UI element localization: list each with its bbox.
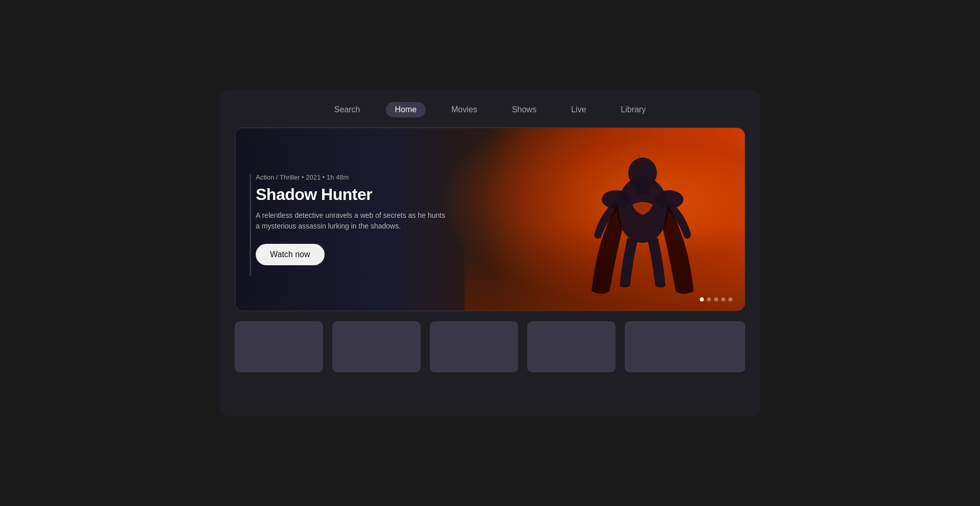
hero-figure — [571, 138, 714, 301]
carousel-dot-1[interactable] — [700, 297, 704, 301]
nav-item-search[interactable]: Search — [325, 102, 370, 117]
hero-card: Action / Thriller • 2021 • 1h 48m Shadow… — [235, 128, 745, 311]
nav-item-home[interactable]: Home — [386, 102, 426, 117]
main-content: Action / Thriller • 2021 • 1h 48m Shadow… — [235, 128, 745, 416]
thumbnail-2[interactable] — [332, 321, 421, 372]
nav-item-shows[interactable]: Shows — [503, 102, 546, 117]
carousel-dot-2[interactable] — [707, 297, 711, 301]
watch-now-button[interactable]: Watch now — [256, 244, 325, 265]
svg-rect-2 — [636, 184, 649, 194]
thumbnail-3[interactable] — [430, 321, 518, 372]
hero-meta: Action / Thriller • 2021 • 1h 48m — [256, 173, 450, 181]
thumbnail-4[interactable] — [527, 321, 616, 372]
nav-item-live[interactable]: Live — [562, 102, 595, 117]
hero-left-accent — [250, 174, 251, 276]
carousel-dots — [700, 297, 732, 301]
thumbnail-1[interactable] — [235, 321, 323, 372]
app-frame: 1 2 3 4 Search Home Movies Shows Live Li… — [219, 90, 761, 416]
hero-title: Shadow Hunter — [256, 185, 450, 204]
carousel-dot-5[interactable] — [728, 297, 732, 301]
hero-description: A relentless detective unravels a web of… — [256, 210, 450, 232]
nav-item-library[interactable]: Library — [611, 102, 655, 117]
carousel-dot-4[interactable] — [721, 297, 725, 301]
thumbnail-5[interactable] — [625, 321, 745, 372]
hero-info: Action / Thriller • 2021 • 1h 48m Shadow… — [256, 173, 450, 265]
thumbnail-row — [235, 321, 745, 372]
navigation: Search Home Movies Shows Live Library — [219, 90, 761, 128]
svg-point-1 — [628, 158, 657, 188]
nav-item-movies[interactable]: Movies — [442, 102, 486, 117]
carousel-dot-3[interactable] — [714, 297, 718, 301]
